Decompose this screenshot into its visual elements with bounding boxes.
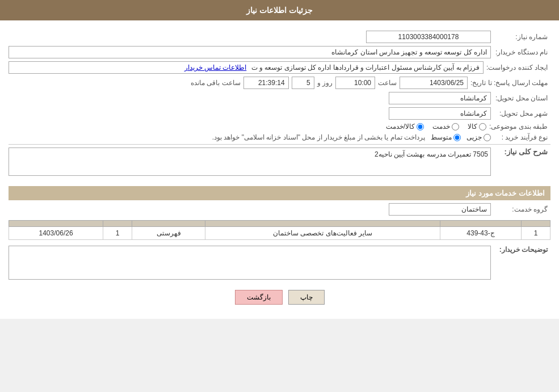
- col-vahed: [132, 221, 205, 227]
- rooz-label: روز و: [317, 79, 333, 87]
- baqi-label: ساعت باقی مانده: [191, 79, 241, 87]
- ijad-value: فرزام به آیین کارشناس مسئول اعتبارات و ق…: [9, 61, 484, 74]
- services-table-container: 1ج-43-439سایر فعالیت‌های تخصصی ساختمانفه…: [9, 220, 550, 240]
- action-buttons: چاپ بازگشت: [9, 290, 550, 305]
- sharh-textarea[interactable]: [9, 147, 491, 176]
- back-button[interactable]: بازگشت: [235, 290, 283, 305]
- tabaqe-label: طبقه بندی موضوعی:: [489, 123, 550, 130]
- col-radif: [521, 221, 550, 227]
- mohlat-label: مهلت ارسال پاسخ: تا تاریخ:: [470, 79, 550, 87]
- shahr-value: کرمانشاه: [389, 107, 491, 120]
- shahr-label: شهر محل تحویل:: [494, 109, 550, 117]
- services-table: 1ج-43-439سایر فعالیت‌های تخصصی ساختمانفه…: [9, 220, 550, 240]
- sharh-label: شرح کلی نیاز:: [494, 147, 550, 156]
- table-cell: 1: [103, 227, 132, 240]
- radio-kala-khedmat[interactable]: کالا/خدمت: [386, 123, 424, 130]
- name-dastgah-label: نام دستگاه خریدار:: [494, 48, 550, 56]
- ostan-value: کرمانشاه: [389, 92, 491, 104]
- process-group: جزیی متوسط پرداخت تمام یا بخشی از مبلغ خ…: [212, 133, 491, 141]
- col-kod: [440, 221, 521, 227]
- radio-khedmat-input[interactable]: [452, 123, 459, 130]
- page-header: جزئیات اطلاعات نیاز: [0, 0, 559, 20]
- radio-jozi-input[interactable]: [484, 134, 491, 141]
- jozi-label: جزیی: [466, 133, 482, 141]
- deadline-time: 10:00: [335, 77, 375, 89]
- deadline-date: 1403/06/25: [400, 77, 468, 89]
- table-cell: 1: [521, 227, 550, 240]
- timer-value: 21:39:14: [243, 77, 289, 89]
- table-cell: ج-43-439: [440, 227, 521, 240]
- farayand-label: نوع فرآیند خرید :: [494, 133, 550, 141]
- kala-khedmat-label: کالا/خدمت: [386, 123, 415, 130]
- process-jozi[interactable]: جزیی: [466, 133, 491, 141]
- table-row: 1ج-43-439سایر فعالیت‌های تخصصی ساختمانفه…: [9, 227, 550, 240]
- table-cell: 1403/06/26: [9, 227, 103, 240]
- radio-kala-input[interactable]: [479, 123, 486, 130]
- tosif-textarea[interactable]: [9, 246, 491, 280]
- shomara-value: 1103003384000178: [366, 31, 491, 43]
- table-cell: سایر فعالیت‌های تخصصی ساختمان: [205, 227, 440, 240]
- tabaqe-group: کالا خدمت کالا/خدمت: [386, 123, 486, 130]
- page-title: جزئیات اطلاعات نیاز: [246, 6, 313, 15]
- group-label: گروه خدمت:: [494, 205, 550, 213]
- shomara-label: شماره نیاز:: [494, 33, 550, 41]
- process-motawaset[interactable]: متوسط: [431, 133, 461, 141]
- radio-khedmat[interactable]: خدمت: [432, 123, 459, 130]
- print-button[interactable]: چاپ: [288, 290, 325, 305]
- col-tedad: [103, 221, 132, 227]
- khedmat-label: خدمت: [432, 123, 450, 130]
- days-remaining: 5: [292, 77, 314, 89]
- motawaset-label: متوسط: [431, 133, 452, 141]
- khadamat-section-title: اطلاعات خدمات مورد نیاز: [9, 186, 550, 200]
- col-tarikh: [9, 221, 103, 227]
- kala-label: کالا: [468, 123, 477, 130]
- col-name: [205, 221, 440, 227]
- ostan-label: استان محل تحویل:: [494, 94, 550, 102]
- ijad-label: ایجاد کننده درخواست:: [486, 64, 550, 71]
- radio-motawaset-input[interactable]: [453, 134, 461, 141]
- group-value: ساختمان: [389, 203, 491, 216]
- tosif-label: توضیحات خریدار:: [494, 246, 550, 254]
- radio-kala[interactable]: کالا: [468, 123, 486, 130]
- contact-link[interactable]: اطلاعات تماس خریدار: [184, 64, 247, 71]
- name-dastgah-value: اداره کل توسعه توسعه و تجهیز مدارس استان…: [9, 46, 491, 58]
- time-label: ساعت: [378, 79, 397, 87]
- radio-kala-khedmat-input[interactable]: [417, 123, 424, 130]
- farayand-description: پرداخت تمام یا بخشی از مبلغ خریدار از مح…: [212, 133, 425, 141]
- table-cell: فهرستی: [132, 227, 205, 240]
